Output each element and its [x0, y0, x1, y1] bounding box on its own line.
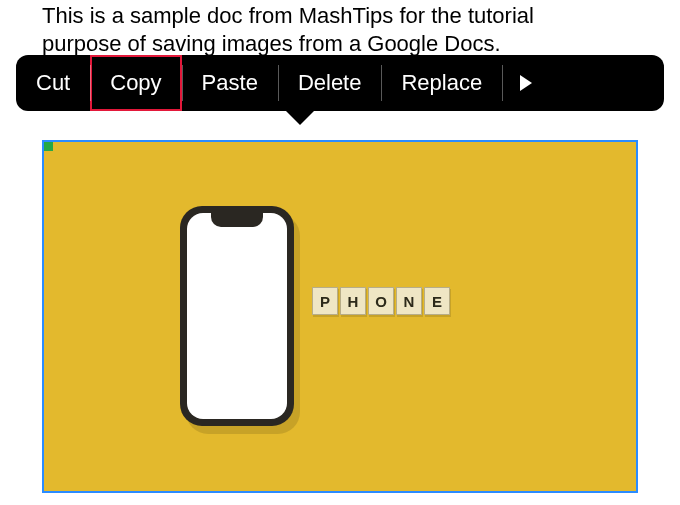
menu-copy-label: Copy — [110, 70, 161, 96]
tile-letter: N — [396, 287, 422, 315]
menu-paste[interactable]: Paste — [182, 55, 278, 111]
tile-letter: P — [312, 287, 338, 315]
word-tiles: P H O N E — [312, 287, 452, 315]
phone-screen — [187, 213, 287, 419]
phone-notch — [211, 213, 263, 227]
context-menu-pointer-icon — [286, 111, 314, 125]
document-body-text: This is a sample doc from MashTips for t… — [0, 0, 680, 58]
rotation-handle[interactable] — [43, 141, 53, 151]
menu-replace[interactable]: Replace — [381, 55, 502, 111]
doc-text-line-1: This is a sample doc from MashTips for t… — [42, 3, 534, 28]
menu-more[interactable] — [502, 55, 550, 111]
menu-replace-label: Replace — [401, 70, 482, 96]
selected-image[interactable]: P H O N E — [42, 140, 638, 493]
tile-letter: H — [340, 287, 366, 315]
phone-illustration — [180, 206, 294, 426]
menu-cut[interactable]: Cut — [16, 55, 90, 111]
menu-paste-label: Paste — [202, 70, 258, 96]
arrow-right-icon — [520, 75, 532, 91]
tile-letter: O — [368, 287, 394, 315]
menu-cut-label: Cut — [36, 70, 70, 96]
tile-letter: E — [424, 287, 450, 315]
menu-copy[interactable]: Copy — [90, 55, 181, 111]
context-menu: Cut Copy Paste Delete Replace — [16, 55, 664, 111]
doc-text-line-2: purpose of saving images from a Google D… — [42, 31, 501, 56]
menu-delete-label: Delete — [298, 70, 362, 96]
menu-delete[interactable]: Delete — [278, 55, 382, 111]
